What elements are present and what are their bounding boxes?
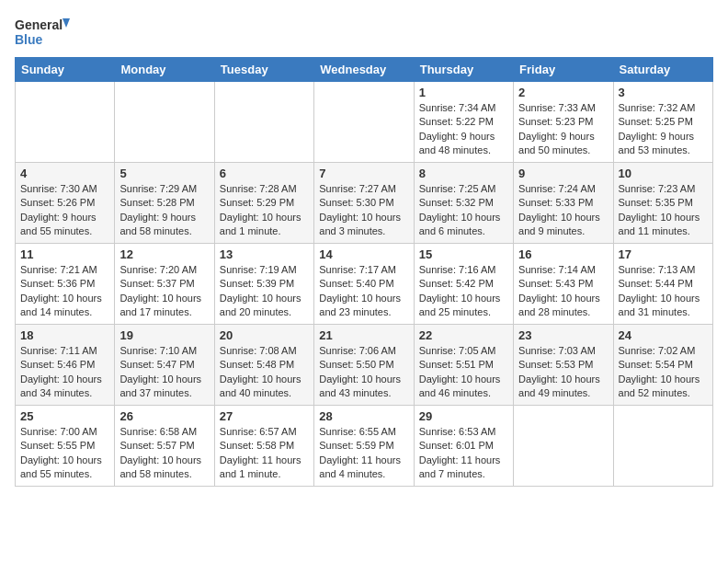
header-cell-saturday: Saturday xyxy=(613,58,712,82)
day-cell: 28Sunrise: 6:55 AM Sunset: 5:59 PM Dayli… xyxy=(314,406,414,487)
day-info: Sunrise: 7:03 AM Sunset: 5:53 PM Dayligh… xyxy=(518,344,608,401)
day-cell: 27Sunrise: 6:57 AM Sunset: 5:58 PM Dayli… xyxy=(214,406,313,487)
day-cell xyxy=(214,82,313,163)
day-cell: 16Sunrise: 7:14 AM Sunset: 5:43 PM Dayli… xyxy=(514,244,613,325)
day-cell: 2Sunrise: 7:33 AM Sunset: 5:23 PM Daylig… xyxy=(514,82,613,163)
day-info: Sunrise: 7:19 AM Sunset: 5:39 PM Dayligh… xyxy=(220,263,309,320)
day-info: Sunrise: 7:32 AM Sunset: 5:25 PM Dayligh… xyxy=(619,101,708,158)
day-info: Sunrise: 7:14 AM Sunset: 5:43 PM Dayligh… xyxy=(518,263,608,320)
day-cell: 23Sunrise: 7:03 AM Sunset: 5:53 PM Dayli… xyxy=(514,325,613,406)
day-cell: 18Sunrise: 7:11 AM Sunset: 5:46 PM Dayli… xyxy=(16,325,115,406)
week-row-2: 4Sunrise: 7:30 AM Sunset: 5:26 PM Daylig… xyxy=(16,163,713,244)
day-number: 8 xyxy=(419,167,508,180)
day-cell: 8Sunrise: 7:25 AM Sunset: 5:32 PM Daylig… xyxy=(414,163,513,244)
day-info: Sunrise: 7:34 AM Sunset: 5:22 PM Dayligh… xyxy=(419,101,508,158)
day-number: 29 xyxy=(419,409,508,423)
day-number: 11 xyxy=(20,247,109,261)
header-cell-friday: Friday xyxy=(514,58,613,82)
day-number: 14 xyxy=(319,247,408,261)
day-info: Sunrise: 7:27 AM Sunset: 5:30 PM Dayligh… xyxy=(319,182,408,239)
day-number: 24 xyxy=(619,328,708,342)
header-cell-monday: Monday xyxy=(115,58,214,82)
day-cell: 20Sunrise: 7:08 AM Sunset: 5:48 PM Dayli… xyxy=(214,325,313,406)
day-info: Sunrise: 6:53 AM Sunset: 6:01 PM Dayligh… xyxy=(419,425,508,482)
day-info: Sunrise: 7:21 AM Sunset: 5:36 PM Dayligh… xyxy=(20,263,109,320)
day-info: Sunrise: 7:16 AM Sunset: 5:42 PM Dayligh… xyxy=(419,263,508,320)
day-number: 13 xyxy=(220,247,309,261)
day-info: Sunrise: 7:02 AM Sunset: 5:54 PM Dayligh… xyxy=(619,344,708,401)
day-info: Sunrise: 7:13 AM Sunset: 5:44 PM Dayligh… xyxy=(619,263,708,320)
week-row-5: 25Sunrise: 7:00 AM Sunset: 5:55 PM Dayli… xyxy=(16,406,713,487)
svg-text:Blue: Blue xyxy=(15,32,43,47)
day-number: 22 xyxy=(419,328,508,342)
day-number: 10 xyxy=(619,167,708,180)
day-number: 6 xyxy=(220,167,309,180)
day-info: Sunrise: 6:55 AM Sunset: 5:59 PM Dayligh… xyxy=(319,425,408,482)
day-cell xyxy=(115,82,214,163)
day-number: 28 xyxy=(319,409,408,423)
day-info: Sunrise: 7:29 AM Sunset: 5:28 PM Dayligh… xyxy=(119,182,209,239)
day-info: Sunrise: 6:57 AM Sunset: 5:58 PM Dayligh… xyxy=(220,425,309,482)
header-row: SundayMondayTuesdayWednesdayThursdayFrid… xyxy=(16,58,713,82)
day-cell xyxy=(314,82,414,163)
day-number: 7 xyxy=(319,167,408,180)
day-cell: 15Sunrise: 7:16 AM Sunset: 5:42 PM Dayli… xyxy=(414,244,513,325)
day-number: 25 xyxy=(20,409,109,423)
day-info: Sunrise: 7:10 AM Sunset: 5:47 PM Dayligh… xyxy=(119,344,209,401)
day-cell: 26Sunrise: 6:58 AM Sunset: 5:57 PM Dayli… xyxy=(115,406,214,487)
day-cell: 9Sunrise: 7:24 AM Sunset: 5:33 PM Daylig… xyxy=(514,163,613,244)
svg-marker-2 xyxy=(63,18,70,28)
day-cell: 3Sunrise: 7:32 AM Sunset: 5:25 PM Daylig… xyxy=(613,82,712,163)
day-number: 12 xyxy=(119,247,209,261)
day-info: Sunrise: 6:58 AM Sunset: 5:57 PM Dayligh… xyxy=(119,425,209,482)
day-number: 26 xyxy=(119,409,209,423)
day-cell: 25Sunrise: 7:00 AM Sunset: 5:55 PM Dayli… xyxy=(16,406,115,487)
header-cell-tuesday: Tuesday xyxy=(214,58,313,82)
day-info: Sunrise: 7:25 AM Sunset: 5:32 PM Dayligh… xyxy=(419,182,508,239)
day-info: Sunrise: 7:11 AM Sunset: 5:46 PM Dayligh… xyxy=(20,344,109,401)
logo: General Blue xyxy=(15,15,70,50)
day-cell: 19Sunrise: 7:10 AM Sunset: 5:47 PM Dayli… xyxy=(115,325,214,406)
day-cell: 17Sunrise: 7:13 AM Sunset: 5:44 PM Dayli… xyxy=(613,244,712,325)
day-number: 5 xyxy=(119,167,209,180)
day-cell: 5Sunrise: 7:29 AM Sunset: 5:28 PM Daylig… xyxy=(115,163,214,244)
day-info: Sunrise: 7:05 AM Sunset: 5:51 PM Dayligh… xyxy=(419,344,508,401)
day-info: Sunrise: 7:08 AM Sunset: 5:48 PM Dayligh… xyxy=(220,344,309,401)
day-info: Sunrise: 7:33 AM Sunset: 5:23 PM Dayligh… xyxy=(518,101,608,158)
day-cell: 24Sunrise: 7:02 AM Sunset: 5:54 PM Dayli… xyxy=(613,325,712,406)
day-number: 18 xyxy=(20,328,109,342)
day-number: 19 xyxy=(119,328,209,342)
day-cell: 13Sunrise: 7:19 AM Sunset: 5:39 PM Dayli… xyxy=(214,244,313,325)
day-number: 17 xyxy=(619,247,708,261)
day-info: Sunrise: 7:00 AM Sunset: 5:55 PM Dayligh… xyxy=(20,425,109,482)
week-row-1: 1Sunrise: 7:34 AM Sunset: 5:22 PM Daylig… xyxy=(16,82,713,163)
day-number: 27 xyxy=(220,409,309,423)
day-cell: 11Sunrise: 7:21 AM Sunset: 5:36 PM Dayli… xyxy=(16,244,115,325)
calendar-table: SundayMondayTuesdayWednesdayThursdayFrid… xyxy=(15,57,713,487)
day-info: Sunrise: 7:20 AM Sunset: 5:37 PM Dayligh… xyxy=(119,263,209,320)
day-info: Sunrise: 7:06 AM Sunset: 5:50 PM Dayligh… xyxy=(319,344,408,401)
day-cell: 7Sunrise: 7:27 AM Sunset: 5:30 PM Daylig… xyxy=(314,163,414,244)
header: General Blue xyxy=(15,15,713,50)
header-cell-thursday: Thursday xyxy=(414,58,513,82)
day-number: 3 xyxy=(619,86,708,99)
day-info: Sunrise: 7:28 AM Sunset: 5:29 PM Dayligh… xyxy=(220,182,309,239)
day-info: Sunrise: 7:23 AM Sunset: 5:35 PM Dayligh… xyxy=(619,182,708,239)
day-cell xyxy=(613,406,712,487)
day-number: 1 xyxy=(419,86,508,99)
day-number: 4 xyxy=(20,167,109,180)
day-info: Sunrise: 7:24 AM Sunset: 5:33 PM Dayligh… xyxy=(518,182,608,239)
header-cell-sunday: Sunday xyxy=(16,58,115,82)
day-cell xyxy=(514,406,613,487)
day-cell: 14Sunrise: 7:17 AM Sunset: 5:40 PM Dayli… xyxy=(314,244,414,325)
week-row-4: 18Sunrise: 7:11 AM Sunset: 5:46 PM Dayli… xyxy=(16,325,713,406)
svg-text:General: General xyxy=(15,17,63,32)
day-cell: 12Sunrise: 7:20 AM Sunset: 5:37 PM Dayli… xyxy=(115,244,214,325)
day-number: 15 xyxy=(419,247,508,261)
day-info: Sunrise: 7:30 AM Sunset: 5:26 PM Dayligh… xyxy=(20,182,109,239)
header-cell-wednesday: Wednesday xyxy=(314,58,414,82)
day-cell: 22Sunrise: 7:05 AM Sunset: 5:51 PM Dayli… xyxy=(414,325,513,406)
day-number: 16 xyxy=(518,247,608,261)
day-cell xyxy=(16,82,115,163)
logo-svg: General Blue xyxy=(15,15,70,50)
